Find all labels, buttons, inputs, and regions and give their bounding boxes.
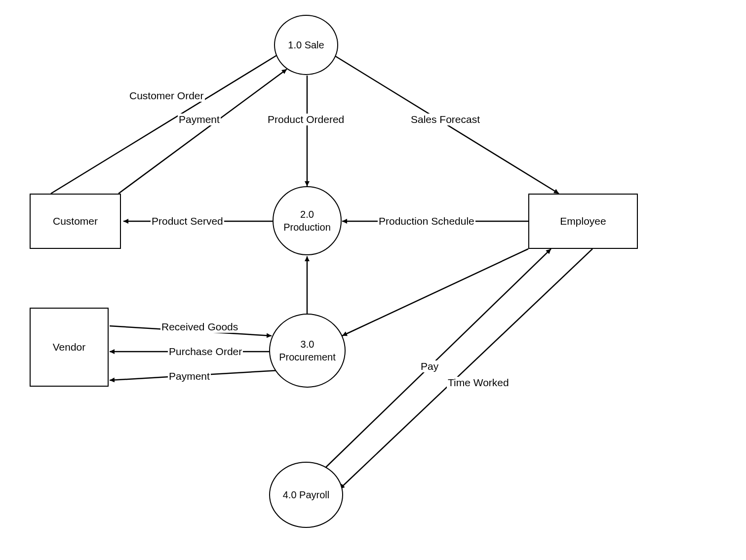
process-production-label: 2.0 Production [283, 208, 331, 234]
label-production-schedule: Production Schedule [378, 215, 475, 227]
label-sales-forecast: Sales Forecast [410, 114, 481, 125]
process-procurement: 3.0 Procurement [269, 314, 346, 388]
process-production: 2.0 Production [273, 186, 342, 255]
entity-vendor-label: Vendor [53, 341, 86, 353]
label-payment-to-sale: Payment [178, 114, 221, 125]
label-pay: Pay [420, 360, 439, 372]
entity-employee-label: Employee [560, 215, 606, 227]
label-received-goods: Received Goods [160, 321, 239, 333]
process-sale-label: 1.0 Sale [288, 39, 324, 51]
label-purchase-order: Purchase Order [168, 346, 243, 358]
dfd-diagram-canvas [0, 0, 746, 560]
process-payroll-label: 4.0 Payroll [283, 488, 330, 501]
entity-customer-label: Customer [53, 215, 98, 227]
entity-customer: Customer [30, 194, 121, 249]
flow-time-worked [340, 249, 592, 489]
flow-pay [322, 249, 551, 471]
entity-vendor: Vendor [30, 308, 109, 387]
label-product-ordered: Product Ordered [267, 114, 345, 125]
process-payroll: 4.0 Payroll [269, 462, 343, 528]
flow-employee-to-procurement [342, 249, 528, 336]
flow-customer-order [51, 52, 282, 194]
entity-employee: Employee [528, 194, 638, 249]
label-time-worked: Time Worked [447, 377, 510, 389]
flow-payment-to-sale [118, 69, 287, 194]
process-sale: 1.0 Sale [274, 15, 338, 75]
process-procurement-label: 3.0 Procurement [279, 338, 336, 363]
label-customer-order: Customer Order [128, 90, 205, 102]
label-payment-to-vendor: Payment [168, 370, 211, 382]
label-product-served: Product Served [151, 215, 224, 227]
